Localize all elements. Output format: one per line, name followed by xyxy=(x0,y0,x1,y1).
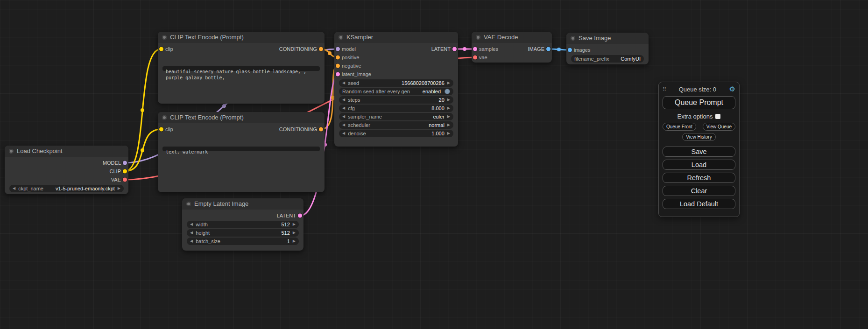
decrement-arrow-icon[interactable]: ◀ xyxy=(13,185,15,192)
wire-clip-positive xyxy=(125,49,161,171)
decrement-arrow-icon[interactable]: ◀ xyxy=(190,229,193,237)
widget-height[interactable]: ◀ height 512 ▶ xyxy=(187,229,299,237)
node-clip-text-encode-negative[interactable]: CLIP Text Encode (Prompt) clip CONDITION… xyxy=(158,112,325,192)
queue-size-label: Queue size: 0 xyxy=(679,86,716,93)
clip-input-slot-icon[interactable] xyxy=(159,127,163,132)
collapse-dot-icon[interactable] xyxy=(571,36,575,41)
increment-arrow-icon[interactable]: ▶ xyxy=(293,238,296,245)
widget-width[interactable]: ◀ width 512 ▶ xyxy=(187,221,299,228)
vae-input-slot-icon[interactable] xyxy=(473,56,477,60)
vae-output-slot-icon[interactable] xyxy=(123,178,127,182)
view-queue-button[interactable]: View Queue xyxy=(703,123,735,131)
latent-input-slot-icon[interactable] xyxy=(336,72,340,77)
collapse-dot-icon[interactable] xyxy=(339,35,343,40)
node-vae-decode[interactable]: VAE Decode samples IMAGE vae xyxy=(472,32,552,63)
slot-label: latent_image xyxy=(342,70,371,78)
increment-arrow-icon[interactable]: ▶ xyxy=(447,79,450,87)
widget-scheduler[interactable]: ◀ scheduler normal ▶ xyxy=(339,121,453,129)
node-save-image[interactable]: Save Image images filename_prefix ComfyU… xyxy=(566,33,649,64)
view-history-button[interactable]: View History xyxy=(682,133,715,141)
latent-output-slot-icon[interactable] xyxy=(452,47,457,51)
slot-label: LATENT xyxy=(277,211,296,220)
widget-label: scheduler xyxy=(348,122,370,128)
collapse-dot-icon[interactable] xyxy=(186,202,191,206)
node-title-bar[interactable]: KSampler xyxy=(334,32,458,43)
widget-random-seed-toggle[interactable]: Random seed after every gen enabled xyxy=(339,88,453,95)
drag-handle-icon[interactable]: ⠿ xyxy=(663,86,666,92)
decrement-arrow-icon[interactable]: ◀ xyxy=(190,238,193,245)
conditioning-output-slot-icon[interactable] xyxy=(319,127,323,132)
load-default-button[interactable]: Load Default xyxy=(663,199,735,209)
decrement-arrow-icon[interactable]: ◀ xyxy=(190,221,193,228)
clip-output-slot-icon[interactable] xyxy=(123,169,127,174)
increment-arrow-icon[interactable]: ▶ xyxy=(447,121,450,129)
load-button[interactable]: Load xyxy=(663,160,735,170)
prompt-textarea[interactable]: beautiful scenery nature glass bottle la… xyxy=(162,66,320,71)
decrement-arrow-icon[interactable]: ◀ xyxy=(342,105,345,112)
widget-label: width xyxy=(196,222,208,227)
settings-gear-icon[interactable]: ⚙ xyxy=(729,85,735,93)
decrement-arrow-icon[interactable]: ◀ xyxy=(342,79,345,87)
slot-label: CONDITIONING xyxy=(279,45,317,53)
image-input-slot-icon[interactable] xyxy=(568,48,572,52)
toggle-knob-icon[interactable] xyxy=(445,89,450,94)
latent-output-slot-icon[interactable] xyxy=(298,214,302,218)
latent-input-slot-icon[interactable] xyxy=(473,47,477,51)
slot-label: vae xyxy=(479,53,487,62)
collapse-dot-icon[interactable] xyxy=(162,115,167,120)
node-title-bar[interactable]: CLIP Text Encode (Prompt) xyxy=(158,32,325,43)
widget-seed[interactable]: ◀ seed 156680208700286 ▶ xyxy=(339,79,453,87)
save-button[interactable]: Save xyxy=(663,147,735,157)
node-graph-canvas[interactable]: Load Checkpoint MODEL CLIP VAE ◀ ckpt_na… xyxy=(0,0,868,329)
widget-steps[interactable]: ◀ steps 20 ▶ xyxy=(339,96,453,104)
node-title-bar[interactable]: VAE Decode xyxy=(472,32,552,43)
widget-filename-prefix[interactable]: filename_prefix ComfyUI xyxy=(571,55,644,63)
menu-header: ⠿ Queue size: 0 ⚙ xyxy=(663,85,735,93)
queue-prompt-button[interactable]: Queue Prompt xyxy=(663,96,735,109)
slot-row: negative xyxy=(334,62,458,70)
node-title-bar[interactable]: CLIP Text Encode (Prompt) xyxy=(158,112,325,123)
queue-front-button[interactable]: Queue Front xyxy=(663,123,696,131)
refresh-button[interactable]: Refresh xyxy=(663,173,735,183)
decrement-arrow-icon[interactable]: ◀ xyxy=(342,130,345,137)
widget-batch-size[interactable]: ◀ batch_size 1 ▶ xyxy=(187,238,299,245)
widget-sampler-name[interactable]: ◀ sampler_name euler ▶ xyxy=(339,113,453,120)
decrement-arrow-icon[interactable]: ◀ xyxy=(342,121,345,129)
conditioning-output-slot-icon[interactable] xyxy=(319,47,323,51)
node-load-checkpoint[interactable]: Load Checkpoint MODEL CLIP VAE ◀ ckpt_na… xyxy=(5,146,128,194)
prompt-textarea[interactable]: text, watermark xyxy=(162,147,320,151)
widget-cfg[interactable]: ◀ cfg 8.000 ▶ xyxy=(339,105,453,112)
extra-options-checkbox[interactable] xyxy=(715,114,720,119)
node-ksampler[interactable]: KSampler model LATENT positive negative … xyxy=(334,32,458,147)
link-midpoint-dot xyxy=(557,48,561,51)
node-empty-latent-image[interactable]: Empty Latent Image LATENT ◀ width 512 ▶ … xyxy=(182,198,303,251)
increment-arrow-icon[interactable]: ▶ xyxy=(293,221,296,228)
collapse-dot-icon[interactable] xyxy=(476,35,480,40)
node-title: Load Checkpoint xyxy=(17,147,63,154)
collapse-dot-icon[interactable] xyxy=(162,35,167,40)
slot-label: clip xyxy=(165,45,173,53)
decrement-arrow-icon[interactable]: ◀ xyxy=(342,96,345,104)
widget-ckpt-name[interactable]: ◀ ckpt_name v1-5-pruned-emaonly.ckpt ▶ xyxy=(9,185,124,192)
node-title-bar[interactable]: Empty Latent Image xyxy=(182,198,303,210)
model-input-slot-icon[interactable] xyxy=(336,47,340,51)
node-title-bar[interactable]: Load Checkpoint xyxy=(5,146,128,157)
clear-button[interactable]: Clear xyxy=(663,186,735,196)
increment-arrow-icon[interactable]: ▶ xyxy=(447,130,450,137)
model-output-slot-icon[interactable] xyxy=(123,161,127,165)
decrement-arrow-icon[interactable]: ◀ xyxy=(342,113,345,120)
image-output-slot-icon[interactable] xyxy=(546,47,550,51)
node-title: CLIP Text Encode (Prompt) xyxy=(170,114,244,121)
increment-arrow-icon[interactable]: ▶ xyxy=(447,96,450,104)
increment-arrow-icon[interactable]: ▶ xyxy=(447,113,450,120)
increment-arrow-icon[interactable]: ▶ xyxy=(293,229,296,237)
conditioning-input-slot-icon[interactable] xyxy=(336,56,340,60)
clip-input-slot-icon[interactable] xyxy=(159,47,163,51)
increment-arrow-icon[interactable]: ▶ xyxy=(447,105,450,112)
collapse-dot-icon[interactable] xyxy=(9,149,14,154)
increment-arrow-icon[interactable]: ▶ xyxy=(118,185,120,192)
node-clip-text-encode-positive[interactable]: CLIP Text Encode (Prompt) clip CONDITION… xyxy=(158,32,325,104)
node-title-bar[interactable]: Save Image xyxy=(566,33,649,44)
conditioning-input-slot-icon[interactable] xyxy=(336,64,340,68)
widget-denoise[interactable]: ◀ denoise 1.000 ▶ xyxy=(339,130,453,137)
